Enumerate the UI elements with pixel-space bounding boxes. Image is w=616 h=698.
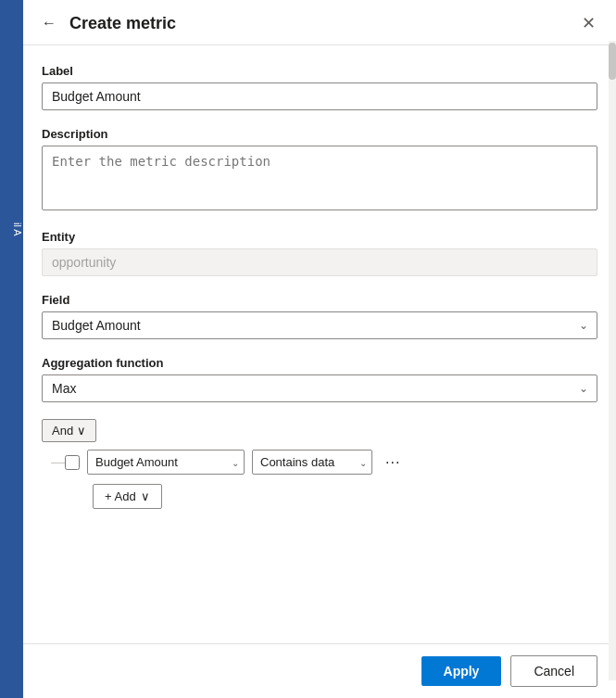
and-chevron-icon: ∨ (77, 424, 86, 438)
filter-row: Budget Amount ⌄ Contains data ⌄ ··· (51, 450, 597, 475)
header-left: ← Create metric (38, 13, 176, 33)
modal-body: Label Description Entity opportunity Fie… (23, 45, 616, 643)
filter-condition-wrapper: Contains data ⌄ (252, 450, 372, 475)
scrollbar-track[interactable] (609, 41, 616, 680)
sidebar-label: il A (0, 222, 23, 236)
description-textarea[interactable] (42, 146, 597, 210)
cancel-button[interactable]: Cancel (510, 655, 597, 687)
apply-button[interactable]: Apply (421, 656, 502, 686)
scrollbar-thumb[interactable] (609, 43, 616, 80)
aggregation-select-label: Aggregation function (42, 356, 597, 370)
filter-field-select[interactable]: Budget Amount (87, 450, 245, 475)
aggregation-group: Aggregation function Max Min Sum Average… (42, 356, 597, 402)
field-group: Field Budget Amount ⌄ (42, 293, 597, 339)
modal-title: Create metric (69, 14, 176, 33)
label-group: Label (42, 64, 597, 110)
description-field-label: Description (42, 127, 597, 141)
modal-panel: ← Create metric ✕ Label Description Enti… (23, 0, 616, 698)
field-select-label: Field (42, 293, 597, 307)
field-select[interactable]: Budget Amount (42, 311, 597, 339)
add-filter-label: + Add (105, 489, 136, 503)
modal-header: ← Create metric ✕ (23, 0, 616, 45)
entity-field-label: Entity (42, 230, 597, 244)
add-filter-button[interactable]: + Add ∨ (93, 484, 162, 509)
filter-condition-select[interactable]: Contains data (252, 450, 372, 475)
description-group: Description (42, 127, 597, 213)
entity-value: opportunity (42, 248, 597, 276)
close-button[interactable]: ✕ (576, 11, 601, 35)
add-chevron-icon: ∨ (141, 489, 150, 503)
aggregation-select-wrapper: Max Min Sum Average Count ⌄ (42, 374, 597, 402)
filter-more-button[interactable]: ··· (380, 451, 406, 475)
entity-group: Entity opportunity (42, 230, 597, 276)
modal-footer: Apply Cancel (23, 643, 616, 698)
filter-section: And ∨ Budget Amount ⌄ Contains data (42, 419, 597, 509)
filter-tree: Budget Amount ⌄ Contains data ⌄ ··· (51, 450, 597, 475)
sidebar-panel: il A (0, 0, 23, 698)
label-field-label: Label (42, 64, 597, 78)
back-button[interactable]: ← (38, 13, 60, 33)
aggregation-select[interactable]: Max Min Sum Average Count (42, 374, 597, 402)
label-input[interactable] (42, 82, 597, 110)
filter-field-wrapper: Budget Amount ⌄ (87, 450, 245, 475)
field-select-wrapper: Budget Amount ⌄ (42, 311, 597, 339)
and-label: And (52, 424, 73, 438)
and-button[interactable]: And ∨ (42, 419, 96, 442)
filter-row-checkbox[interactable] (65, 455, 80, 470)
